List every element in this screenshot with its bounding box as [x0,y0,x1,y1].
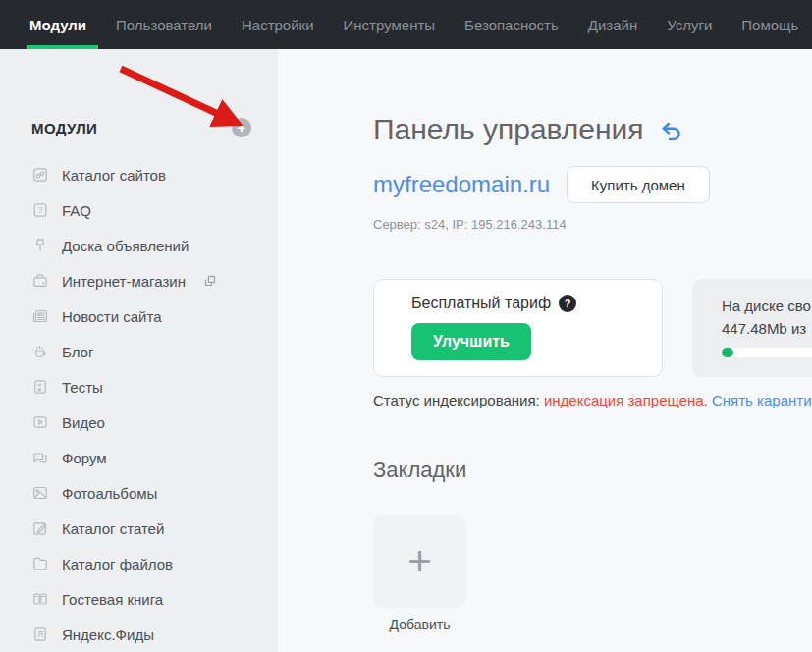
nav-item-design[interactable]: Дизайн [588,0,637,49]
sidebar-item-file-catalog[interactable]: Каталог файлов [0,546,278,581]
sidebar-item-label: Фотоальбомы [62,485,157,502]
sidebar-item-label: Интернет-магазин [62,273,186,290]
pushpin-icon [31,237,49,254]
sidebar-item-label: Каталог сайтов [62,167,166,184]
sidebar-item-news[interactable]: Новости сайта [0,299,278,334]
sidebar-item-label: Новости сайта [62,308,162,325]
sidebar-item-site-catalog[interactable]: Каталог сайтов [0,157,278,192]
nav-item-security[interactable]: Безопасность [464,0,559,49]
add-bookmark-label: Добавить [373,617,466,632]
tests-icon [31,378,49,396]
sidebar: МОДУЛИ + Каталог сайтов ? FAQ Доска об [0,49,278,652]
nav-item-tools[interactable]: Инструменты [344,0,436,49]
tariff-card: Бесплатный тариф ? Улучшить [373,279,663,377]
svg-text:Я: Я [37,629,43,639]
sidebar-module-list: Каталог сайтов ? FAQ Доска объявлений Ин… [0,157,278,652]
nav-item-help[interactable]: Помощь [741,0,798,49]
yandex-feeds-icon: Я [31,625,49,643]
sidebar-item-forum[interactable]: Форум [0,440,278,475]
indexing-status: Статус индексирования: индексация запрещ… [373,392,812,408]
sidebar-item-board[interactable]: Доска объявлений [0,228,278,263]
sidebar-item-shop[interactable]: Интернет-магазин [0,263,278,299]
indexing-status-prefix: Статус индексирования: [373,392,544,408]
guestbook-icon [31,590,49,608]
help-badge-icon[interactable]: ? [559,295,576,312]
sidebar-item-faq[interactable]: ? FAQ [0,192,278,228]
sidebar-item-label: Видео [62,414,105,431]
nav-item-modules[interactable]: Модули [29,0,86,49]
video-icon [31,413,49,431]
news-icon [31,307,49,325]
disk-usage-progress-fill [722,348,733,357]
sidebar-item-guestbook[interactable]: Гостевая книга [0,581,278,617]
nav-item-services[interactable]: Услуги [667,0,712,49]
sidebar-item-label: Тесты [62,379,103,396]
sidebar-item-blog[interactable]: Блог [0,334,278,369]
sidebar-item-label: Яндекс.Фиды [62,626,154,643]
buy-domain-button[interactable]: Купить домен [567,166,710,203]
external-link-icon [204,275,216,287]
blog-icon [31,343,49,360]
photoalbums-icon [31,484,49,502]
sidebar-item-video[interactable]: Видео [0,405,278,440]
shop-icon [31,272,49,290]
disk-usage-card: На диске сво 447.48Mb из [692,279,812,377]
sidebar-item-label: Блог [62,344,93,360]
remove-quarantine-link[interactable]: Снять карантин [712,392,812,408]
sidebar-item-yandex-feeds[interactable]: Я Яндекс.Фиды [0,617,278,652]
sidebar-item-tests[interactable]: Тесты [0,369,278,405]
svg-text:?: ? [37,205,42,215]
nav-item-users[interactable]: Пользователи [116,0,212,49]
add-bookmark-button[interactable]: + [373,515,466,608]
server-info: Сервер: s24, IP: 195.216.243.114 [373,217,812,232]
sidebar-item-label: Гостевая книга [62,591,163,608]
forum-icon [31,449,49,466]
indexing-status-value: индексация запрещена. [544,392,712,408]
main-content: Панель управления myfreedomain.ru Купить… [278,49,812,652]
undo-icon[interactable] [660,120,683,143]
articles-icon [31,519,49,537]
disk-usage-line2: 447.48Mb из [722,318,812,341]
add-module-button[interactable]: + [232,118,251,137]
sidebar-item-label: Каталог файлов [62,556,173,572]
sidebar-item-photoalbums[interactable]: Фотоальбомы [0,475,278,511]
tariff-label: Бесплатный тариф [411,295,551,312]
bookmarks-title: Закладки [373,458,812,483]
disk-usage-line1: На диске сво [722,296,812,318]
sidebar-item-article-catalog[interactable]: Каталог статей [0,511,278,546]
page-title: Панель управления [373,113,644,146]
faq-icon: ? [31,201,49,219]
sidebar-item-label: FAQ [62,202,91,219]
upgrade-button[interactable]: Улучшить [411,323,531,360]
site-catalog-icon [31,166,49,184]
files-icon [31,555,49,572]
disk-usage-progressbar [722,348,812,357]
sidebar-item-label: Доска объявлений [62,238,189,254]
plus-icon: + [407,541,432,582]
top-nav: Модули Пользователи Настройки Инструмент… [0,0,812,49]
sidebar-title: МОДУЛИ [31,120,97,136]
domain-link[interactable]: myfreedomain.ru [373,171,550,198]
sidebar-item-label: Каталог статей [62,520,164,537]
sidebar-item-label: Форум [62,450,107,466]
nav-item-settings[interactable]: Настройки [242,0,314,49]
